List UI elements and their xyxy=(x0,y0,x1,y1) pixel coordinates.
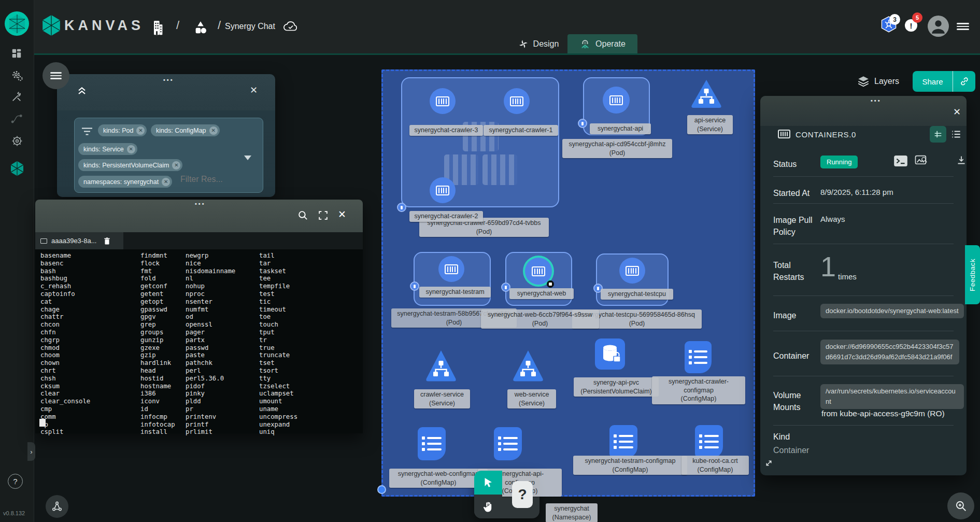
context-switcher-button[interactable] xyxy=(46,495,68,518)
tab-design[interactable]: Design xyxy=(510,34,566,53)
filter-menu-button[interactable] xyxy=(42,62,69,89)
sidebar-dashboard-icon[interactable] xyxy=(11,48,23,60)
pod-badge-icon xyxy=(578,119,587,128)
avatar[interactable] xyxy=(928,16,949,37)
node-service-crawler[interactable] xyxy=(424,347,458,385)
terminal-close-icon[interactable]: ✕ xyxy=(338,208,346,220)
node-container-crawler-3[interactable] xyxy=(430,88,456,114)
chip-remove-icon[interactable]: ✕ xyxy=(136,126,145,135)
node-container-crawler-2[interactable] xyxy=(430,177,456,203)
list-view-toggle-icon[interactable] xyxy=(950,129,962,140)
tab-design-label: Design xyxy=(533,39,559,49)
drag-handle-dots[interactable]: ••• xyxy=(195,201,206,207)
node-container-testram[interactable] xyxy=(438,256,464,282)
node-container-api[interactable] xyxy=(603,87,630,114)
terminal-tab[interactable]: aaaa39e3-8a... xyxy=(35,232,123,249)
grid-view-toggle-icon[interactable] xyxy=(930,126,946,143)
node-container-testcpu[interactable] xyxy=(619,258,645,284)
label-testram-container: synergychat-testram xyxy=(419,287,491,298)
label-api-container: synergychat-api xyxy=(590,123,651,134)
breadcrumb-separator: / xyxy=(176,19,179,32)
filter-chip[interactable]: kinds: ConfigMap✕ xyxy=(151,124,220,136)
select-mode-button[interactable] xyxy=(474,471,502,495)
terminal-search-icon[interactable] xyxy=(297,210,308,221)
image-pull-policy-value: Always xyxy=(820,215,845,223)
chip-remove-icon[interactable]: ✕ xyxy=(162,178,170,186)
drag-handle-dots[interactable]: ••• xyxy=(163,77,174,83)
volume-mounts-value-chip[interactable]: /var/run/secrets/kubernetes.io/serviceac… xyxy=(820,384,964,409)
label-crawler-2: synergychat-crawler-2 xyxy=(409,211,483,222)
node-service-web[interactable] xyxy=(512,347,545,385)
dropdown-caret-icon[interactable] xyxy=(244,156,251,160)
label-web-pod: synergychat-web-6ccb79f964-s9ssw(Pod) xyxy=(481,309,599,329)
layer5-logo-icon[interactable] xyxy=(5,11,29,36)
label-web-configmap: synergychat-web-configmap(ConfigMap) xyxy=(389,469,488,488)
terminal-output[interactable]: basename basenc bash bashbug c_rehash ca… xyxy=(35,249,363,433)
feedback-tab[interactable]: Feedback xyxy=(965,245,980,304)
chip-remove-icon[interactable]: ✕ xyxy=(172,161,180,170)
sidebar-settings-icon[interactable] xyxy=(11,69,23,82)
breadcrumb-design-name[interactable]: Synergy Chat xyxy=(225,22,275,31)
node-configmap-testram[interactable] xyxy=(609,425,637,458)
filter-panel: ••• ✕ kinds: Pod✕ kinds: ConfigMap✕ kind… xyxy=(57,74,275,197)
label-crawler-3: synergychat-crawler-3 xyxy=(409,125,483,136)
started-at-label: Started At xyxy=(773,187,821,199)
share-link-button[interactable] xyxy=(953,71,975,92)
kanvas-logo-icon[interactable] xyxy=(41,15,61,36)
details-panel-header[interactable]: ••• ✕ xyxy=(760,96,967,126)
sidebar-kanvas-icon[interactable] xyxy=(10,161,22,173)
zoom-button[interactable] xyxy=(947,492,974,519)
terminal-col-1: basename basenc bash bashbug c_rehash ca… xyxy=(40,252,90,436)
brand-title: KANVAS xyxy=(64,18,144,34)
collapse-chevrons-icon[interactable] xyxy=(77,86,87,95)
filter-panel-close-icon[interactable]: ✕ xyxy=(250,84,258,96)
terminal-header[interactable]: ••• ✕ xyxy=(35,200,363,232)
organization-icon[interactable] xyxy=(150,19,165,35)
filter-chip[interactable]: kinds: Pod✕ xyxy=(98,124,147,136)
node-configmap-kuberoot[interactable] xyxy=(695,425,723,458)
region-resize-handle[interactable] xyxy=(377,485,386,494)
drag-handle-dots[interactable]: ••• xyxy=(871,97,882,104)
share-button[interactable]: Share xyxy=(913,71,953,92)
terminal-tab-delete-icon[interactable] xyxy=(104,237,110,245)
sidebar-expander-chevron[interactable]: › xyxy=(27,442,35,461)
sidebar-helm-icon[interactable] xyxy=(11,135,23,147)
terminal-fullscreen-icon[interactable] xyxy=(318,210,329,221)
label-crawler-configmap: synergychat-crawler-configmap(ConfigMap) xyxy=(652,376,745,404)
help-button[interactable]: ? xyxy=(8,474,23,489)
panel-expand-icon[interactable] xyxy=(764,459,773,468)
volume-mounts-note: from kube-api-access-g9c9m (RO) xyxy=(821,409,945,418)
tab-operate[interactable]: Operate xyxy=(567,34,637,53)
cluster-count-badge: 3 xyxy=(889,14,900,25)
layers-button[interactable]: Layers xyxy=(857,75,899,88)
node-configmap-crawler[interactable] xyxy=(685,341,712,373)
node-configmap-web[interactable] xyxy=(418,427,446,460)
label-testram-configmap: synergychat-testram-configmap(ConfigMap) xyxy=(573,456,687,475)
filter-chip[interactable]: kinds: PersistentVolumeClaim✕ xyxy=(78,159,182,171)
terminal-tabbar: aaaa39e3-8a... xyxy=(35,232,363,249)
filter-input-box[interactable]: kinds: Pod✕ kinds: ConfigMap✕ kinds: Ser… xyxy=(74,118,263,193)
download-icon[interactable] xyxy=(956,155,967,165)
node-pvc[interactable] xyxy=(595,338,625,370)
kind-label: Kind xyxy=(773,431,821,443)
sidebar-tools-icon[interactable] xyxy=(11,91,23,104)
workspace-icon[interactable] xyxy=(193,20,208,35)
chip-remove-icon[interactable]: ✕ xyxy=(127,145,135,153)
sidebar-connections-icon[interactable] xyxy=(11,113,23,125)
chip-remove-icon[interactable]: ✕ xyxy=(209,126,218,135)
node-configmap-api[interactable] xyxy=(494,427,522,460)
filter-chip[interactable]: kinds: Service✕ xyxy=(78,143,137,155)
selection-handle-dot[interactable] xyxy=(547,280,554,288)
menu-icon[interactable] xyxy=(957,21,969,32)
filter-resources-input[interactable] xyxy=(179,174,249,185)
container-value-chip[interactable]: docker://6d96990655cc952b4423304f3c57d66… xyxy=(820,340,959,364)
image-value-chip[interactable]: docker.io/bootdotdev/synergychat-web:lat… xyxy=(820,304,964,318)
filter-chip[interactable]: namespaces: synergychat✕ xyxy=(78,176,172,188)
image-inspect-icon[interactable] xyxy=(915,155,928,166)
details-close-icon[interactable]: ✕ xyxy=(953,106,961,118)
node-service-api[interactable] xyxy=(690,78,723,110)
help-mode-button[interactable]: ? xyxy=(512,481,533,508)
open-terminal-icon[interactable] xyxy=(894,156,907,166)
node-container-crawler-1[interactable] xyxy=(504,88,530,114)
pan-mode-button[interactable] xyxy=(474,495,502,518)
